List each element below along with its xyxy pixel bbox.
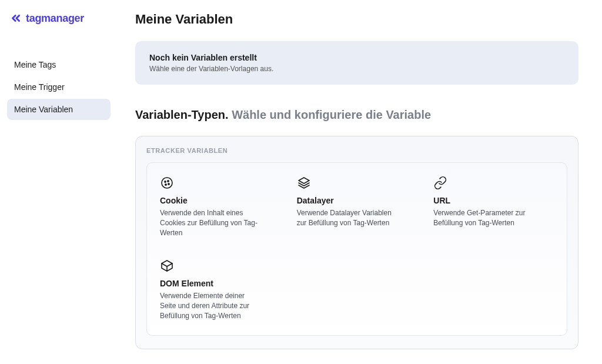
app-root: tagmanager Meine Tags Meine Trigger Mein…: [0, 0, 602, 364]
empty-notice: Noch kein Variablen erstellt Wähle eine …: [135, 41, 578, 85]
sidebar: tagmanager Meine Tags Meine Trigger Mein…: [0, 0, 118, 364]
sidebar-item-label: Meine Tags: [14, 60, 56, 69]
section-heading: Variablen-Typen. Wähle und konfiguriere …: [135, 108, 578, 122]
logo[interactable]: tagmanager: [7, 12, 111, 25]
type-item-datalayer[interactable]: Datalayer Verwende Datalayer Variablen z…: [297, 176, 417, 238]
section-heading-light: Wähle und konfiguriere die Variable: [232, 108, 431, 121]
type-item-cookie[interactable]: Cookie Verwende den Inhalt eines Cookies…: [160, 176, 280, 238]
svg-point-1: [165, 181, 166, 182]
box-icon: [160, 259, 174, 273]
svg-point-4: [165, 184, 166, 185]
cookie-icon: [160, 176, 174, 190]
section-heading-strong: Variablen-Typen.: [135, 108, 229, 121]
type-desc: Verwende Datalayer Variablen zur Befüllu…: [297, 208, 397, 228]
svg-point-0: [162, 178, 172, 188]
sidebar-item-label: Meine Trigger: [14, 82, 65, 92]
layers-icon: [297, 176, 311, 190]
main-content: Meine Variablen Noch kein Variablen erst…: [118, 0, 602, 364]
sidebar-item-trigger[interactable]: Meine Trigger: [7, 76, 111, 98]
svg-marker-5: [299, 178, 309, 183]
type-desc: Verwende Get-Parameter zur Befüllung von…: [433, 208, 533, 228]
sidebar-item-variablen[interactable]: Meine Variablen: [7, 99, 111, 120]
page-title: Meine Variablen: [135, 12, 578, 27]
type-title: Datalayer: [297, 196, 417, 205]
type-title: Cookie: [160, 196, 280, 205]
type-item-dom-element[interactable]: DOM Element Verwende Elemente deiner Sei…: [160, 259, 280, 320]
sidebar-item-tags[interactable]: Meine Tags: [7, 54, 111, 75]
type-title: URL: [433, 196, 554, 205]
types-card: ETRACKER VARIABLEN: [135, 136, 578, 349]
sidebar-item-label: Meine Variablen: [14, 105, 73, 114]
type-desc: Verwende Elemente deiner Seite und deren…: [160, 291, 260, 320]
types-inner: Cookie Verwende den Inhalt eines Cookies…: [146, 162, 567, 336]
type-desc: Verwende den Inhalt eines Cookies zur Be…: [160, 208, 260, 238]
logo-text: tagmanager: [26, 12, 84, 25]
svg-point-3: [168, 183, 169, 185]
chevrons-left-icon: [9, 12, 22, 25]
type-item-url[interactable]: URL Verwende Get-Parameter zur Befüllung…: [433, 176, 554, 238]
sidebar-nav: Meine Tags Meine Trigger Meine Variablen: [7, 54, 111, 120]
svg-point-2: [168, 181, 169, 182]
types-grid: Cookie Verwende den Inhalt eines Cookies…: [160, 176, 554, 321]
type-title: DOM Element: [160, 279, 280, 288]
notice-subtitle: Wähle eine der Variablen-Vorlagen aus.: [149, 65, 564, 73]
types-group-label: ETRACKER VARIABLEN: [146, 147, 567, 154]
notice-title: Noch kein Variablen erstellt: [149, 53, 564, 62]
link-icon: [433, 176, 447, 190]
